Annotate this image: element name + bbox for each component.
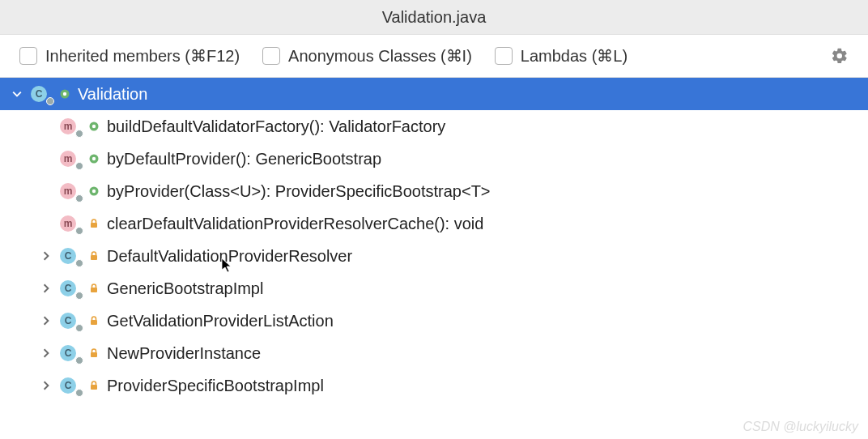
node-label: NewProviderInstance: [107, 344, 261, 363]
node-label: byDefaultProvider(): GenericBootstrap: [107, 150, 381, 168]
tree-node[interactable]: CNewProviderInstance: [0, 337, 868, 369]
inherited-members-toggle[interactable]: Inherited members (⌘F12): [19, 46, 240, 66]
lock-icon: [87, 347, 100, 360]
checkbox-icon: [262, 47, 280, 65]
tree-node[interactable]: mbyProvider(Class<U>): ProviderSpecificB…: [0, 175, 868, 207]
watermark: CSDN @luckyilucky: [743, 420, 858, 434]
chevron-right-icon[interactable]: [39, 283, 53, 293]
class-icon: C: [60, 377, 81, 394]
svg-point-1: [63, 92, 66, 96]
class-icon: C: [60, 312, 81, 330]
tree-node[interactable]: CProviderSpecificBootstrapImpl: [0, 369, 868, 402]
svg-rect-11: [91, 320, 97, 325]
svg-point-5: [92, 157, 96, 160]
svg-point-3: [92, 125, 96, 128]
public-icon: [87, 185, 100, 198]
method-icon: m: [60, 182, 81, 200]
checkbox-icon: [495, 47, 513, 65]
chevron-right-icon[interactable]: [39, 348, 53, 358]
chevron-right-icon[interactable]: [39, 251, 53, 261]
lock-icon: [87, 314, 100, 327]
public-icon: [58, 87, 71, 100]
node-label: GenericBootstrapImpl: [107, 279, 263, 298]
tree-node[interactable]: mclearDefaultValidationProviderResolverC…: [0, 207, 868, 240]
method-icon: m: [60, 150, 81, 168]
chevron-right-icon[interactable]: [39, 381, 53, 390]
title-bar: Validation.java: [0, 0, 868, 34]
node-label: Validation: [78, 85, 147, 104]
svg-rect-13: [91, 385, 97, 390]
node-label: DefaultValidationProviderResolver: [107, 247, 352, 266]
tree-node[interactable]: CGenericBootstrapImpl: [0, 272, 868, 305]
class-icon: C: [60, 344, 81, 362]
svg-rect-12: [91, 352, 97, 357]
node-label: clearDefaultValidationProviderResolverCa…: [107, 215, 483, 233]
window-title: Validation.java: [382, 8, 487, 27]
node-label: byProvider(Class<U>): ProviderSpecificBo…: [107, 182, 491, 201]
chevron-right-icon[interactable]: [39, 316, 53, 326]
chevron-down-icon[interactable]: [10, 89, 24, 99]
svg-rect-9: [91, 255, 97, 260]
lambdas-toggle[interactable]: Lambdas (⌘L): [495, 46, 628, 66]
node-label: GetValidationProviderListAction: [107, 312, 334, 330]
tree-node-root[interactable]: C Validation: [0, 78, 868, 110]
class-icon: C: [31, 85, 52, 103]
class-icon: C: [60, 247, 81, 265]
public-icon: [87, 152, 100, 165]
tree-node[interactable]: mbuildDefaultValidatorFactory(): Validat…: [0, 110, 868, 143]
gear-icon[interactable]: [831, 47, 849, 65]
inherited-label: Inherited members (⌘F12): [45, 46, 240, 66]
svg-point-7: [92, 190, 96, 193]
lambdas-label: Lambdas (⌘L): [521, 46, 628, 66]
structure-tree: C Validation mbuildDefaultValidatorFacto…: [0, 78, 868, 402]
node-label: buildDefaultValidatorFactory(): Validato…: [107, 117, 445, 136]
svg-rect-8: [91, 223, 97, 228]
tree-node[interactable]: CGetValidationProviderListAction: [0, 305, 868, 337]
node-label: ProviderSpecificBootstrapImpl: [107, 377, 324, 395]
method-icon: m: [60, 117, 81, 135]
method-icon: m: [60, 215, 81, 232]
checkbox-icon: [19, 47, 37, 65]
tree-node[interactable]: CDefaultValidationProviderResolver: [0, 240, 868, 272]
lock-icon: [87, 282, 100, 295]
anonymous-label: Anonymous Classes (⌘I): [288, 46, 472, 66]
tree-node[interactable]: mbyDefaultProvider(): GenericBootstrap: [0, 143, 868, 175]
lock-icon: [87, 379, 100, 392]
lock-icon: [87, 249, 100, 262]
svg-rect-10: [91, 288, 97, 292]
anonymous-classes-toggle[interactable]: Anonymous Classes (⌘I): [262, 46, 472, 66]
class-icon: C: [60, 279, 81, 297]
lock-icon: [87, 217, 100, 230]
public-icon: [87, 120, 100, 133]
toolbar: Inherited members (⌘F12) Anonymous Class…: [0, 34, 868, 78]
